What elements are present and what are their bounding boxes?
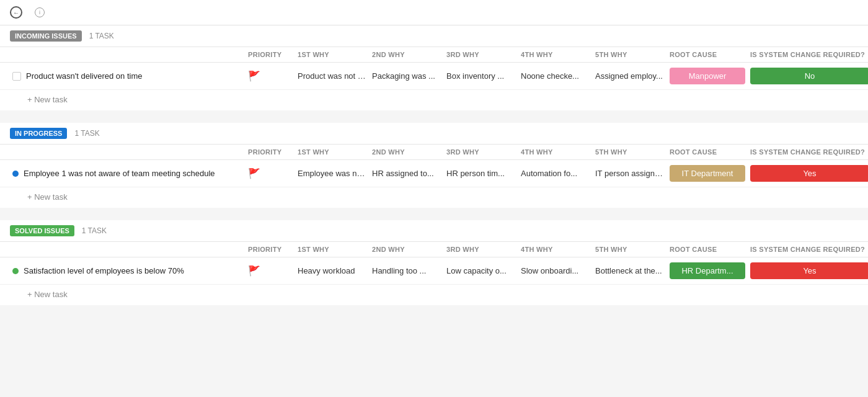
why2-cell[interactable]: Handling too ... [370, 266, 444, 275]
col-root-cause: ROOT CAUSE [667, 148, 748, 156]
column-header-row: PRIORITY 1ST WHY 2ND WHY 3RD WHY 4TH WHY… [0, 145, 868, 160]
col-why2: 2ND WHY [370, 51, 444, 58]
why2-cell[interactable]: HR assigned to... [370, 169, 444, 178]
task-name[interactable]: Employee 1 was not aware of team meeting… [24, 169, 215, 178]
col-why1: 1ST WHY [295, 148, 370, 156]
section-inprogress: IN PROGRESS 1 TASK PRIORITY 1ST WHY 2ND … [0, 123, 868, 208]
task-name[interactable]: Satisfaction level of employees is below… [24, 266, 184, 275]
priority-cell: 🚩 [246, 167, 295, 179]
column-header-row: PRIORITY 1ST WHY 2ND WHY 3RD WHY 4TH WHY… [0, 47, 868, 63]
section-solved: SOLVED ISSUES 1 TASK PRIORITY 1ST WHY 2N… [0, 220, 868, 305]
system-change-badge[interactable]: Yes [750, 262, 868, 279]
column-header-row: PRIORITY 1ST WHY 2ND WHY 3RD WHY 4TH WHY… [0, 242, 868, 257]
col-why5: 5TH WHY [593, 148, 667, 156]
system-change-badge[interactable]: No [750, 68, 868, 84]
section-incoming: INCOMING ISSUES 1 TASK PRIORITY 1ST WHY … [0, 25, 868, 110]
col-why1: 1ST WHY [295, 51, 370, 58]
priority-cell: 🚩 [246, 70, 295, 82]
root-cause-cell[interactable]: HR Departm... [667, 262, 748, 279]
task-checkbox[interactable] [12, 72, 21, 81]
system-change-cell[interactable]: Yes [748, 262, 868, 279]
section-header-inprogress: IN PROGRESS 1 TASK [0, 123, 868, 145]
why5-cell[interactable]: IT person assigne... [593, 169, 667, 178]
col-root-cause: ROOT CAUSE [667, 51, 748, 58]
why1-cell[interactable]: Heavy workload [295, 266, 370, 275]
col-why4: 4TH WHY [518, 51, 593, 58]
root-cause-badge[interactable]: IT Department [670, 165, 745, 182]
section-spacer [0, 213, 868, 220]
section-header-incoming: INCOMING ISSUES 1 TASK [0, 25, 868, 47]
table-row: Satisfaction level of employees is below… [0, 257, 868, 285]
why4-cell[interactable]: Slow onboardi... [518, 266, 593, 275]
new-task-header-button[interactable] [51, 10, 61, 15]
why3-cell[interactable]: Box inventory ... [444, 71, 518, 81]
section-badge-solved: SOLVED ISSUES [10, 225, 74, 236]
col-task [10, 148, 246, 156]
root-cause-badge[interactable]: HR Departm... [670, 262, 745, 279]
root-cause-badge[interactable]: Manpower [670, 68, 745, 84]
col-why5: 5TH WHY [593, 246, 667, 253]
priority-flag-icon[interactable]: 🚩 [248, 265, 260, 276]
info-icon[interactable]: i [35, 7, 45, 17]
section-task-count-inprogress: 1 TASK [74, 129, 99, 138]
col-why3: 3RD WHY [444, 246, 518, 253]
back-icon[interactable]: ← [10, 6, 22, 19]
why1-cell[interactable]: Product was not rea... [295, 71, 370, 81]
why1-cell[interactable]: Employee was not b... [295, 169, 370, 178]
col-priority: PRIORITY [246, 51, 295, 58]
section-badge-incoming: INCOMING ISSUES [10, 30, 82, 42]
section-task-count-incoming: 1 TASK [89, 32, 114, 40]
col-why5: 5TH WHY [593, 51, 667, 58]
col-priority: PRIORITY [246, 148, 295, 156]
table-row: Product wasn't delivered on time 🚩 Produ… [0, 63, 868, 90]
col-priority: PRIORITY [246, 246, 295, 253]
root-cause-cell[interactable]: IT Department [667, 165, 748, 182]
table-row: Employee 1 was not aware of team meeting… [0, 160, 868, 187]
col-why4: 4TH WHY [518, 148, 593, 156]
page-header: ← i [0, 0, 868, 25]
why4-cell[interactable]: Automation fo... [518, 169, 593, 178]
why5-cell[interactable]: Assigned employ... [593, 71, 667, 81]
priority-flag-icon[interactable]: 🚩 [248, 168, 260, 179]
col-system-change: IS SYSTEM CHANGE REQUIRED? [748, 148, 868, 156]
new-task-row-inprogress[interactable]: + New task [0, 187, 868, 208]
why5-cell[interactable]: Bottleneck at the... [593, 266, 667, 275]
main-content: INCOMING ISSUES 1 TASK PRIORITY 1ST WHY … [0, 25, 868, 305]
col-system-change: IS SYSTEM CHANGE REQUIRED? [748, 51, 868, 58]
new-task-row-solved[interactable]: + New task [0, 285, 868, 305]
col-system-change: IS SYSTEM CHANGE REQUIRED? [748, 246, 868, 253]
why2-cell[interactable]: Packaging was ... [370, 71, 444, 81]
task-color-dot [12, 268, 19, 274]
system-change-badge[interactable]: Yes [750, 165, 868, 182]
why3-cell[interactable]: Low capacity o... [444, 266, 518, 275]
task-color-dot [12, 171, 19, 177]
priority-cell: 🚩 [246, 265, 295, 277]
task-name-cell: Product wasn't delivered on time [10, 71, 246, 81]
task-name[interactable]: Product wasn't delivered on time [26, 71, 142, 81]
task-name-cell: Employee 1 was not aware of team meeting… [10, 169, 246, 178]
col-why2: 2ND WHY [370, 148, 444, 156]
system-change-cell[interactable]: No [748, 68, 868, 84]
priority-flag-icon[interactable]: 🚩 [248, 71, 260, 81]
section-badge-inprogress: IN PROGRESS [10, 128, 67, 139]
col-root-cause: ROOT CAUSE [667, 246, 748, 253]
section-task-count-solved: 1 TASK [82, 226, 107, 235]
root-cause-cell[interactable]: Manpower [667, 68, 748, 84]
col-why3: 3RD WHY [444, 51, 518, 58]
col-why1: 1ST WHY [295, 246, 370, 253]
col-task [10, 246, 246, 253]
section-header-solved: SOLVED ISSUES 1 TASK [0, 220, 868, 242]
new-task-row-incoming[interactable]: + New task [0, 90, 868, 110]
col-why2: 2ND WHY [370, 246, 444, 253]
system-change-cell[interactable]: Yes [748, 165, 868, 182]
why4-cell[interactable]: Noone checke... [518, 71, 593, 81]
section-spacer [0, 115, 868, 123]
why3-cell[interactable]: HR person tim... [444, 169, 518, 178]
col-why3: 3RD WHY [444, 148, 518, 156]
task-name-cell: Satisfaction level of employees is below… [10, 266, 246, 275]
col-task [10, 51, 246, 58]
col-why4: 4TH WHY [518, 246, 593, 253]
